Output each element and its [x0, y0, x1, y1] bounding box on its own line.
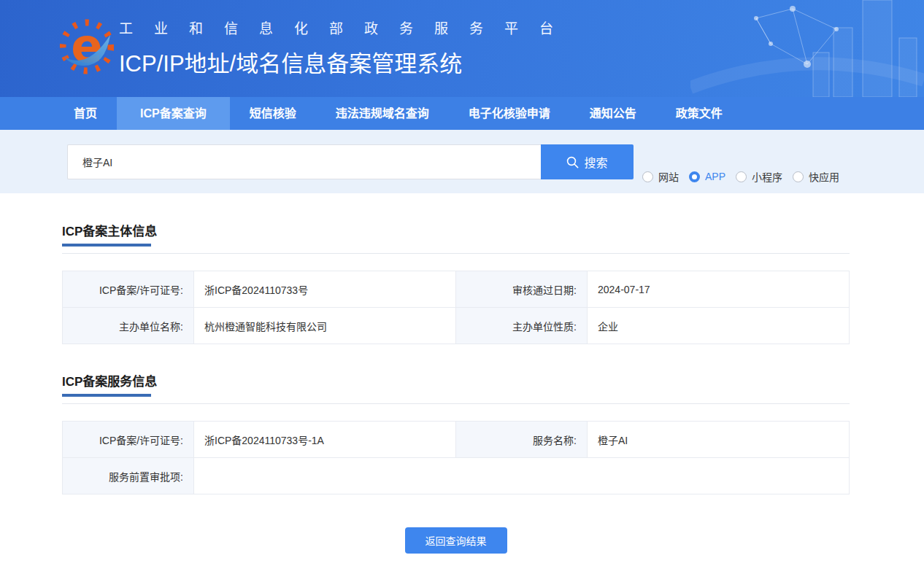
field-label: 审核通过日期:	[456, 271, 588, 308]
search-section: 搜索 网站 APP 小程序 快应用	[0, 130, 924, 193]
radio-option-app[interactable]: APP	[689, 171, 725, 182]
radio-label: 快应用	[809, 169, 839, 184]
radio-option-miniprogram[interactable]: 小程序	[736, 169, 782, 184]
table-row: ICP备案/许可证号: 浙ICP备2024110733号 审核通过日期: 202…	[63, 271, 850, 308]
field-label: 服务前置审批项:	[63, 458, 194, 494]
title-underline	[62, 394, 151, 397]
service-name: 橙子AI	[588, 422, 850, 458]
nav-item-e-verify-apply[interactable]: 电子化核验申请	[449, 97, 570, 130]
radio-icon-selected[interactable]	[689, 171, 700, 182]
nav-item-policy-docs[interactable]: 政策文件	[656, 97, 742, 130]
search-button[interactable]: 搜索	[541, 144, 634, 179]
field-label: ICP备案/许可证号:	[63, 271, 194, 308]
service-info-table: ICP备案/许可证号: 浙ICP备2024110733号-1A 服务名称: 橙子…	[62, 421, 850, 494]
platform-subtitle: 工业和信息化部政务服务平台	[119, 18, 574, 37]
service-info-section-head: ICP备案服务信息	[62, 371, 850, 404]
nav-item-announcements[interactable]: 通知公告	[570, 97, 656, 130]
subject-info-table: ICP备案/许可证号: 浙ICP备2024110733号 审核通过日期: 202…	[62, 271, 850, 344]
table-row: ICP备案/许可证号: 浙ICP备2024110733号-1A 服务名称: 橙子…	[63, 422, 850, 458]
magnifier-icon	[566, 156, 579, 168]
footer-actions: 返回查询结果	[62, 527, 850, 554]
organizer-name: 杭州橙通智能科技有限公司	[194, 308, 456, 344]
field-label: 主办单位性质:	[456, 308, 588, 344]
header-skyline-graphic	[690, 0, 924, 97]
nav-item-sms-verify[interactable]: 短信核验	[230, 97, 316, 130]
review-pass-date: 2024-07-17	[588, 271, 850, 308]
section-divider	[62, 253, 850, 254]
radio-label: 网站	[658, 169, 679, 184]
nav-item-home[interactable]: 首页	[54, 97, 117, 130]
search-input[interactable]	[67, 144, 541, 179]
page-header: e 工业和信息化部政务服务平台 ICP/IP地址/域名信息备案管理系统	[0, 0, 924, 97]
subject-info-title: ICP备案主体信息	[62, 221, 850, 239]
header-titles: 工业和信息化部政务服务平台 ICP/IP地址/域名信息备案管理系统	[119, 18, 574, 78]
radio-option-quickapp[interactable]: 快应用	[793, 169, 839, 184]
radio-icon[interactable]	[736, 171, 747, 182]
radio-icon[interactable]	[642, 171, 653, 182]
page-title: ICP/IP地址/域名信息备案管理系统	[119, 45, 574, 78]
radio-icon[interactable]	[793, 171, 804, 182]
title-underline	[62, 244, 151, 247]
table-row: 服务前置审批项:	[63, 458, 850, 494]
radio-label: 小程序	[752, 169, 782, 184]
radio-label: APP	[705, 171, 725, 182]
back-to-results-button[interactable]: 返回查询结果	[405, 527, 507, 554]
field-label: 主办单位名称:	[63, 308, 194, 344]
miit-gear-e-logo: e	[60, 12, 114, 83]
search-button-label: 搜索	[584, 153, 607, 171]
field-label: 服务名称:	[456, 422, 588, 458]
nav-item-icp-query[interactable]: ICP备案查询	[117, 97, 230, 130]
radio-option-website[interactable]: 网站	[642, 169, 679, 184]
field-label: ICP备案/许可证号:	[63, 422, 194, 458]
main-nav: 首页 ICP备案查询 短信核验 违法违规域名查询 电子化核验申请 通知公告 政策…	[0, 97, 924, 130]
search-type-radio-group: 网站 APP 小程序 快应用	[642, 169, 839, 184]
nav-item-illegal-domain-query[interactable]: 违法违规域名查询	[316, 97, 449, 130]
organizer-nature: 企业	[588, 308, 850, 344]
result-content: ICP备案主体信息 ICP备案/许可证号: 浙ICP备2024110733号 审…	[62, 221, 850, 554]
icp-license-number: 浙ICP备2024110733号	[194, 271, 456, 308]
service-icp-license-number: 浙ICP备2024110733号-1A	[194, 422, 456, 458]
pre-approval-item	[194, 458, 850, 494]
service-info-title: ICP备案服务信息	[62, 371, 850, 389]
table-row: 主办单位名称: 杭州橙通智能科技有限公司 主办单位性质: 企业	[63, 308, 850, 344]
section-divider	[62, 403, 850, 404]
subject-info-section-head: ICP备案主体信息	[62, 221, 850, 254]
